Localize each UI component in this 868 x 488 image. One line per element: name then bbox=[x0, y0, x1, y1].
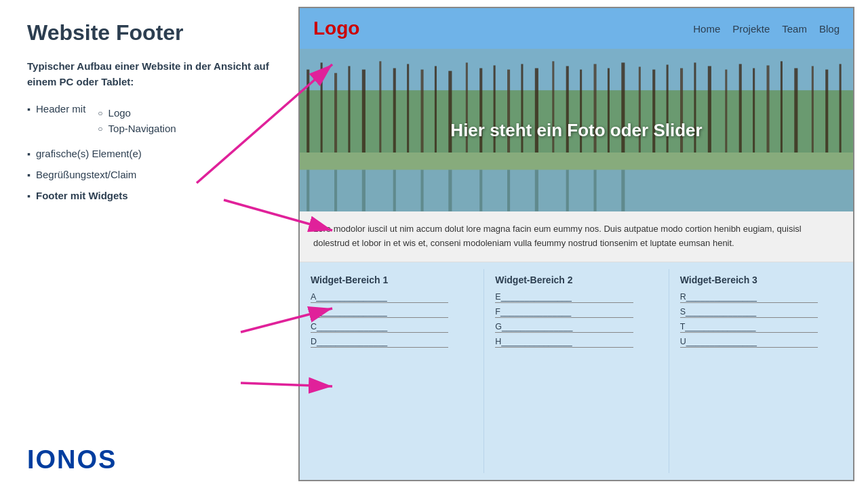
left-panel: Website Footer Typischer Aufbau einer We… bbox=[0, 0, 298, 488]
svg-rect-35 bbox=[781, 61, 783, 152]
widget-col-2: Widget-Bereich 2 E_______________ F_____… bbox=[484, 269, 669, 473]
svg-rect-31 bbox=[725, 70, 727, 152]
widget-link-2c: G_______________ bbox=[495, 322, 633, 333]
subtitle: Typischer Aufbau einer Website in der An… bbox=[27, 59, 278, 89]
widget-link-1a: A_______________ bbox=[311, 292, 448, 303]
bullet-list: Header mit Logo Top-Navigation grafische… bbox=[27, 103, 278, 201]
svg-rect-37 bbox=[812, 66, 814, 152]
svg-rect-46 bbox=[421, 169, 424, 211]
svg-rect-51 bbox=[566, 169, 569, 211]
site-welcome: Lore modolor iuscil ut nim accum dolut l… bbox=[300, 211, 853, 262]
svg-rect-11 bbox=[435, 66, 437, 152]
svg-rect-33 bbox=[753, 68, 755, 152]
svg-rect-44 bbox=[362, 169, 366, 211]
svg-rect-10 bbox=[421, 70, 424, 152]
bullet-footer: Footer mit Widgets bbox=[27, 190, 278, 201]
svg-rect-6 bbox=[362, 70, 366, 152]
nav-home[interactable]: Home bbox=[693, 23, 720, 35]
widget-link-2b: F_______________ bbox=[495, 307, 633, 318]
svg-rect-48 bbox=[479, 169, 482, 211]
widget-link-2d: H_______________ bbox=[495, 337, 633, 348]
widget-link-3c: T_______________ bbox=[680, 322, 818, 333]
svg-rect-30 bbox=[708, 66, 711, 152]
widget-link-2a: E_______________ bbox=[495, 292, 633, 303]
sub-list-header: Logo Top-Navigation bbox=[98, 107, 176, 138]
welcome-text: Lore modolor iuscil ut nim accum dolut l… bbox=[313, 222, 840, 251]
widget-title-2: Widget-Bereich 2 bbox=[495, 274, 657, 285]
bullet-header-text: Header mit bbox=[36, 103, 85, 115]
nav-team[interactable]: Team bbox=[782, 23, 807, 35]
svg-rect-36 bbox=[794, 68, 797, 152]
svg-rect-9 bbox=[407, 64, 409, 152]
widget-col-1: Widget-Bereich 1 A_______________ B_____… bbox=[300, 269, 484, 473]
widget-link-3b: S_______________ bbox=[680, 307, 818, 318]
svg-rect-4 bbox=[334, 73, 337, 152]
site-footer: Widget-Bereich 1 A_______________ B_____… bbox=[300, 262, 853, 480]
site-mockup: Logo Home Projekte Team Blog bbox=[298, 7, 854, 481]
nav-projekte[interactable]: Projekte bbox=[732, 23, 770, 35]
widget-title-1: Widget-Bereich 1 bbox=[311, 274, 473, 285]
svg-rect-45 bbox=[393, 169, 396, 211]
bullet-graphic: grafische(s) Element(e) bbox=[27, 148, 278, 159]
site-header: Logo Home Projekte Team Blog bbox=[300, 8, 853, 49]
svg-rect-2 bbox=[307, 70, 309, 152]
svg-rect-3 bbox=[321, 62, 323, 152]
svg-rect-32 bbox=[739, 64, 742, 152]
svg-rect-53 bbox=[621, 169, 625, 211]
widget-col-3: Widget-Bereich 3 R_______________ S_____… bbox=[669, 269, 853, 473]
nav-blog[interactable]: Blog bbox=[819, 23, 840, 35]
svg-rect-43 bbox=[334, 169, 337, 211]
site-hero: Hier steht ein Foto oder Slider bbox=[300, 49, 853, 211]
svg-rect-7 bbox=[379, 61, 381, 152]
site-nav: Home Projekte Team Blog bbox=[693, 23, 840, 35]
svg-rect-8 bbox=[393, 68, 396, 152]
svg-rect-38 bbox=[825, 70, 828, 152]
svg-rect-41 bbox=[300, 169, 853, 211]
bullet-welcome: Begrüßungstext/Claim bbox=[27, 169, 278, 180]
sub-list-item-logo: Logo bbox=[98, 107, 176, 119]
widget-title-3: Widget-Bereich 3 bbox=[680, 274, 842, 285]
svg-rect-52 bbox=[594, 169, 597, 211]
site-logo: Logo bbox=[313, 18, 359, 39]
svg-rect-5 bbox=[348, 66, 350, 152]
widget-link-1b: B_______________ bbox=[311, 307, 448, 318]
widget-link-1d: D_______________ bbox=[311, 337, 448, 348]
svg-rect-47 bbox=[448, 169, 452, 211]
page-title: Website Footer bbox=[27, 20, 278, 45]
widget-link-3a: R_______________ bbox=[680, 292, 818, 303]
hero-text: Hier steht ein Foto oder Slider bbox=[450, 120, 702, 141]
svg-rect-42 bbox=[307, 169, 309, 211]
sub-list-item-nav: Top-Navigation bbox=[98, 123, 176, 134]
widget-link-3d: U_______________ bbox=[680, 337, 818, 348]
ionos-logo: IONOS bbox=[27, 432, 278, 474]
svg-rect-39 bbox=[840, 64, 842, 152]
svg-rect-34 bbox=[767, 65, 770, 152]
svg-rect-49 bbox=[507, 169, 510, 211]
svg-rect-50 bbox=[535, 169, 538, 211]
bullet-header: Header mit Logo Top-Navigation bbox=[27, 103, 278, 138]
widget-link-1c: C_______________ bbox=[311, 322, 448, 333]
